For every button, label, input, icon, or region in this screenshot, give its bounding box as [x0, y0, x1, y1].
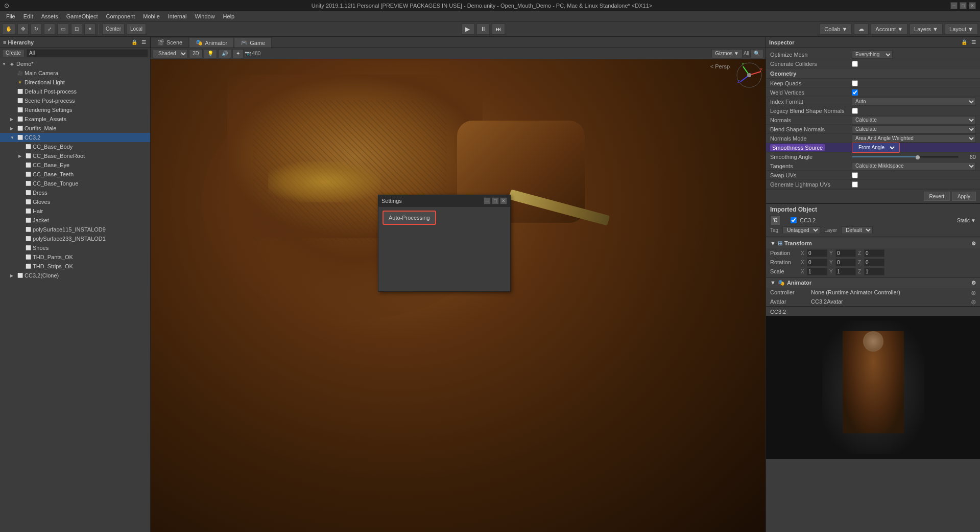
tree-item-poly233[interactable]: ⬜ polySurface233_INSTALOD1	[0, 234, 150, 243]
layers-dropdown[interactable]: Layers ▼	[910, 24, 943, 35]
collab-dropdown[interactable]: Collab ▼	[820, 24, 852, 35]
hierarchy-menu[interactable]: ☰	[140, 39, 147, 46]
hand-tool[interactable]: ✋	[2, 24, 15, 35]
menu-window[interactable]: Window	[190, 12, 219, 20]
pos-y-input[interactable]	[835, 249, 856, 257]
legacy-blend-checkbox[interactable]	[852, 108, 858, 114]
tree-item-cc32[interactable]: ▼ ⬜ CC3.2	[0, 133, 150, 142]
pause-btn[interactable]: ⏸	[476, 24, 490, 35]
layer-dropdown[interactable]: Default	[841, 226, 873, 234]
tree-item-scenepost[interactable]: ⬜ Scene Post-process	[0, 96, 150, 105]
inspector-menu[interactable]: ☰	[970, 39, 977, 46]
2d-btn[interactable]: 2D	[189, 49, 203, 58]
layout-dropdown[interactable]: Layout ▼	[945, 24, 978, 35]
pos-z-input[interactable]	[864, 249, 885, 257]
account-dropdown[interactable]: Account ▼	[871, 24, 907, 35]
menu-file[interactable]: File	[2, 12, 19, 20]
shading-dropdown[interactable]: Shaded	[153, 49, 188, 58]
swap-uvs-checkbox[interactable]	[852, 172, 858, 178]
gen-lightmap-checkbox[interactable]	[852, 181, 858, 188]
rotate-tool[interactable]: ↻	[31, 24, 42, 35]
tree-item-maincam[interactable]: 🎥 Main Camera	[0, 68, 150, 78]
close-btn[interactable]: ✕	[969, 2, 976, 9]
rot-x-input[interactable]	[807, 259, 827, 266]
search-scene-btn[interactable]: 🔍	[750, 49, 763, 58]
animator-header[interactable]: ▼ 🎭 Animator ⚙	[766, 277, 980, 288]
tree-item-demo[interactable]: ▼ ◈ Demo*	[0, 59, 150, 68]
tree-item-boneroot[interactable]: ▶ ⬜ CC_Base_BoneRoot	[0, 151, 150, 160]
tree-item-defaultpost[interactable]: ⬜ Default Post-process	[0, 87, 150, 96]
optimize-mesh-dropdown[interactable]: Everything	[852, 51, 893, 59]
rot-z-input[interactable]	[864, 259, 885, 266]
tree-item-ourfit[interactable]: ▶ ⬜ Ourfits_Male	[0, 124, 150, 133]
rot-y-input[interactable]	[835, 259, 856, 266]
tree-item-thdstrips[interactable]: ⬜ THD_Strips_OK	[0, 262, 150, 271]
audio-btn[interactable]: 🔊	[218, 49, 231, 58]
dialog-close[interactable]: ✕	[500, 197, 507, 204]
menu-help[interactable]: Help	[219, 12, 239, 20]
weld-vertices-checkbox[interactable]	[852, 89, 858, 96]
tree-item-baseteeth[interactable]: ⬜ CC_Base_Teeth	[0, 170, 150, 179]
menu-edit[interactable]: Edit	[19, 12, 37, 20]
tree-item-basetongue[interactable]: ⬜ CC_Base_Tongue	[0, 179, 150, 188]
apply-btn[interactable]: Apply	[952, 192, 976, 201]
keep-quads-checkbox[interactable]	[852, 80, 858, 86]
tree-item-thdpants[interactable]: ⬜ THD_Pants_OK	[0, 252, 150, 262]
step-btn[interactable]: ⏭	[492, 24, 505, 35]
menu-assets[interactable]: Assets	[37, 12, 62, 20]
tree-item-dress[interactable]: ⬜ Dress	[0, 188, 150, 197]
smoothing-angle-handle[interactable]	[916, 155, 920, 159]
generate-colliders-checkbox[interactable]	[852, 61, 858, 67]
animator-settings[interactable]: ⚙	[971, 280, 976, 286]
menu-mobile[interactable]: Mobile	[139, 12, 163, 20]
smoothness-source-dropdown[interactable]: From Angle	[855, 144, 896, 152]
obj-enabled-checkbox[interactable]	[791, 217, 797, 223]
normals-dropdown[interactable]: Calculate	[852, 116, 976, 124]
tab-game[interactable]: 🎮 Game	[234, 37, 272, 48]
transform-header[interactable]: ▼ ⊞ Transform ⚙	[766, 238, 980, 248]
play-btn[interactable]: ▶	[461, 24, 474, 35]
tree-item-jacket[interactable]: ⬜ Jacket	[0, 216, 150, 225]
scale-y-input[interactable]	[835, 268, 856, 275]
smoothing-angle-track[interactable]	[852, 156, 959, 158]
scale-z-input[interactable]	[864, 268, 885, 275]
tag-dropdown[interactable]: Untagged	[782, 226, 820, 234]
transform-tool[interactable]: ⊡	[71, 24, 82, 35]
custom-tool[interactable]: ✦	[84, 24, 95, 35]
menu-internal[interactable]: Internal	[164, 12, 191, 20]
hierarchy-lock[interactable]: 🔒	[131, 39, 138, 46]
maximize-btn[interactable]: □	[960, 2, 967, 9]
local-btn[interactable]: Local	[127, 24, 146, 35]
static-btn[interactable]: Static ▼	[957, 218, 976, 223]
tree-item-dirlight[interactable]: ☀ Directional Light	[0, 78, 150, 87]
tree-item-poly115[interactable]: ⬜ polySurface115_INSTALOD9	[0, 225, 150, 234]
fx-btn[interactable]: ✦	[232, 49, 244, 58]
gizmos-btn[interactable]: Gizmos ▼	[711, 49, 743, 58]
tree-item-hair[interactable]: ⬜ Hair	[0, 206, 150, 216]
tree-item-cc32clone[interactable]: ▶ ⬜ CC3.2(Clone)	[0, 271, 150, 280]
tree-item-rendersettings[interactable]: ⬜ Rendering Settings	[0, 105, 150, 114]
tree-item-exampleassets[interactable]: ▶ ⬜ Example_Assets	[0, 114, 150, 124]
auto-processing-btn[interactable]: Auto-Processing	[383, 211, 436, 225]
transform-settings[interactable]: ⚙	[971, 241, 976, 246]
scene-viewport[interactable]: < Persp X Y Z Settings	[151, 59, 766, 532]
minimize-btn[interactable]: ─	[950, 2, 958, 9]
hierarchy-search[interactable]	[27, 49, 148, 57]
scale-tool[interactable]: ⤢	[44, 24, 55, 35]
light-btn[interactable]: 💡	[204, 49, 217, 58]
menu-component[interactable]: Component	[102, 12, 139, 20]
avatar-pick-btn[interactable]: ◎	[971, 299, 976, 305]
cloud-btn[interactable]: ☁	[854, 24, 869, 35]
tree-item-baseeye[interactable]: ⬜ CC_Base_Eye	[0, 160, 150, 170]
pos-x-input[interactable]	[807, 249, 827, 257]
center-btn[interactable]: Center	[102, 24, 125, 35]
dialog-minimize[interactable]: ─	[484, 197, 491, 204]
inspector-lock[interactable]: 🔒	[961, 39, 968, 46]
move-tool[interactable]: ✥	[17, 24, 29, 35]
index-format-dropdown[interactable]: Auto	[852, 98, 976, 106]
tab-animator[interactable]: 🎭 Animator	[189, 37, 234, 48]
tab-scene[interactable]: 🎬 Scene	[151, 37, 189, 48]
tree-item-shoes[interactable]: ⬜ Shoes	[0, 243, 150, 252]
rect-tool[interactable]: ▭	[57, 24, 69, 35]
hierarchy-create-btn[interactable]: Create	[2, 49, 25, 57]
